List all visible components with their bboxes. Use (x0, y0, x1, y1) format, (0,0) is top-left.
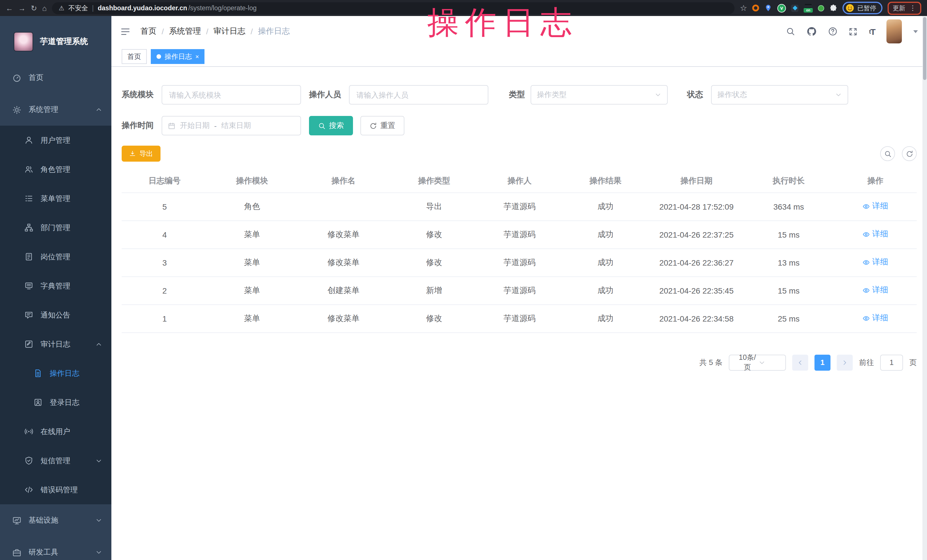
chevron-down-icon (758, 359, 781, 366)
sidebar-item-dev-tools[interactable]: 研发工具 (0, 536, 111, 560)
prev-page-button[interactable] (792, 354, 808, 370)
sidebar-item-errorcode-management[interactable]: 错误码管理 (0, 475, 111, 504)
sidebar-item-operate-log[interactable]: 操作日志 (0, 359, 111, 388)
fullscreen-icon[interactable] (849, 27, 858, 36)
search-button[interactable]: 搜索 (309, 116, 353, 135)
table-cell: 成功 (561, 220, 649, 249)
help-icon[interactable] (828, 27, 837, 36)
date-range-picker[interactable]: 开始日期 - 结束日期 (162, 116, 301, 135)
page-number-button[interactable]: 1 (815, 354, 830, 370)
breadcrumb: 首页/系统管理/审计日志/操作日志 (140, 26, 290, 36)
module-input[interactable] (162, 85, 301, 105)
breadcrumb-item[interactable]: 审计日志 (214, 26, 246, 36)
export-button[interactable]: 导出 (122, 146, 161, 162)
table-cell: 2021-04-28 17:52:09 (649, 193, 743, 220)
detail-link[interactable]: 详细 (862, 201, 888, 212)
scrollbar[interactable] (922, 16, 927, 560)
table-cell: 修改 (391, 249, 478, 276)
avatar-caret-down-icon[interactable] (913, 30, 918, 33)
hamburger-icon[interactable] (120, 27, 130, 36)
scrollbar-thumb[interactable] (923, 17, 926, 80)
security-label[interactable]: 不安全 (68, 4, 88, 12)
extension-green-icon[interactable] (818, 5, 824, 11)
extension-v-icon[interactable]: v (777, 4, 786, 12)
tag-item[interactable]: 操作日志× (151, 49, 205, 64)
detail-link[interactable]: 详细 (862, 285, 888, 296)
detail-link[interactable]: 详细 (862, 313, 888, 323)
status-select[interactable]: 操作状态 (711, 85, 848, 105)
badge-icon (24, 252, 33, 261)
sidebar-item-notice[interactable]: 通知公告 (0, 300, 111, 329)
close-icon[interactable]: × (195, 53, 199, 60)
sidebar-item-label: 岗位管理 (41, 252, 70, 262)
browser-reload-icon[interactable]: ↻ (31, 4, 37, 12)
detail-link[interactable]: 详细 (862, 229, 888, 240)
browser-home-icon[interactable]: ⌂ (42, 4, 47, 12)
table-cell: 菜单 (208, 249, 297, 276)
user-icon (24, 136, 33, 144)
extensions-puzzle-icon[interactable] (829, 4, 837, 12)
detail-link[interactable]: 详细 (862, 257, 888, 267)
app-logo[interactable]: 芋道管理系统 (0, 16, 111, 62)
sidebar-item-online-users[interactable]: 在线用户 (0, 417, 111, 446)
browser-update-button[interactable]: 更新 ⋮ (887, 2, 921, 15)
extension-pin-icon[interactable] (764, 4, 772, 12)
profile-sync-paused-button[interactable]: 已暂停 (842, 2, 883, 14)
goto-page-input[interactable] (880, 354, 903, 370)
type-label: 类型 (509, 90, 525, 100)
sidebar-item-role-management[interactable]: 角色管理 (0, 155, 111, 184)
table-cell: 创建菜单 (296, 276, 391, 304)
sidebar-item-audit-log[interactable]: 审计日志 (0, 329, 111, 359)
table-cell-actions: 详细 (834, 193, 917, 220)
sidebar-item-post-management[interactable]: 岗位管理 (0, 242, 111, 271)
extension-ring-icon[interactable] (752, 5, 759, 11)
extension-diamond-icon[interactable] (791, 4, 798, 12)
tag-item[interactable]: 首页 (122, 49, 147, 64)
bookmark-star-icon[interactable]: ☆ (740, 4, 747, 12)
sidebar-item-system-management[interactable]: 系统管理 (0, 94, 111, 126)
table-cell: 2021-04-26 22:35:45 (649, 276, 743, 304)
browser-forward-icon[interactable]: → (18, 4, 26, 12)
page-unit-label: 页 (909, 357, 917, 367)
gear-icon (12, 105, 21, 114)
reset-button[interactable]: 重置 (360, 116, 404, 135)
table-cell: 成功 (561, 276, 649, 304)
table-cell: 修改菜单 (296, 249, 391, 276)
sidebar-item-sms-management[interactable]: 短信管理 (0, 446, 111, 475)
sidebar-item-user-management[interactable]: 用户管理 (0, 126, 111, 155)
sidebar-item-infrastructure[interactable]: 基础设施 (0, 504, 111, 536)
user-avatar[interactable] (886, 20, 902, 43)
sidebar-item-label: 通知公告 (41, 310, 70, 320)
chevron-down-icon (655, 91, 661, 98)
sidebar-item-login-log[interactable]: 登录日志 (0, 388, 111, 417)
table-cell: 修改菜单 (296, 220, 391, 249)
extension-on-badge-icon[interactable]: on (804, 4, 813, 12)
browser-menu-icon[interactable]: ⋮ (909, 4, 916, 12)
toggle-search-button[interactable] (880, 146, 895, 161)
pagination: 共 5 条 10条/页 1 前往 页 (122, 354, 917, 370)
page-size-select[interactable]: 10条/页 (729, 354, 786, 370)
table-cell: 芋道源码 (478, 193, 561, 220)
app-logo-image (14, 32, 33, 52)
sidebar: 芋道管理系统 首页系统管理用户管理角色管理菜单管理部门管理岗位管理字典管理通知公… (0, 16, 111, 560)
github-icon[interactable] (807, 26, 817, 36)
detail-label: 详细 (872, 229, 888, 240)
refresh-table-button[interactable] (902, 146, 917, 161)
refresh-icon (906, 150, 913, 157)
sidebar-item-dept-management[interactable]: 部门管理 (0, 213, 111, 242)
font-size-icon[interactable]: tT (869, 27, 875, 36)
sidebar-item-dict-management[interactable]: 字典管理 (0, 271, 111, 300)
browser-address-bar[interactable]: ⚠ 不安全 | dashboard.yudao.iocoder.cn /syst… (52, 2, 735, 14)
sidebar-item-label: 操作日志 (50, 368, 79, 378)
table-toolbar: 导出 (122, 146, 917, 162)
app-title: 芋道管理系统 (40, 36, 88, 47)
operator-input[interactable] (349, 85, 488, 105)
sidebar-item-menu-management[interactable]: 菜单管理 (0, 184, 111, 213)
next-page-button[interactable] (837, 354, 853, 370)
breadcrumb-item[interactable]: 系统管理 (169, 26, 201, 36)
breadcrumb-item[interactable]: 首页 (140, 26, 157, 36)
browser-back-icon[interactable]: ← (6, 4, 13, 12)
type-select[interactable]: 操作类型 (530, 85, 668, 105)
sidebar-item-home[interactable]: 首页 (0, 62, 111, 94)
search-icon[interactable] (786, 27, 795, 36)
